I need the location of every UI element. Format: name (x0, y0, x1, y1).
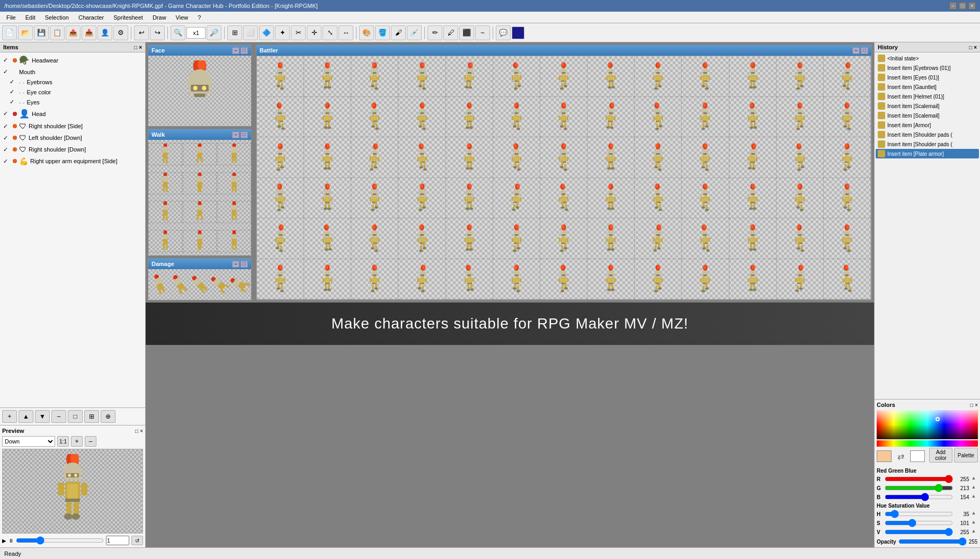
settings-button[interactable]: ⚙ (113, 25, 128, 40)
history-item-1[interactable]: Insert item [Eyebrows (01)] (876, 63, 979, 73)
history-item-5[interactable]: Insert item [Scalemail] (876, 101, 979, 111)
duplicate-button[interactable]: □ (68, 410, 83, 423)
zoom-out-button[interactable]: 🔎 (207, 25, 221, 40)
zoom-input[interactable] (186, 27, 206, 39)
sidebar-item-right-shoulder-down[interactable]: ✓ 🛡 Right shoulder [Down] (1, 144, 144, 155)
smudge-button[interactable]: ~ (475, 25, 490, 40)
color-hue-slider[interactable] (877, 440, 978, 447)
face-minimize-btn[interactable]: – (232, 47, 239, 54)
crop-button[interactable]: ✂ (291, 25, 306, 40)
brush-button[interactable]: 🖊 (443, 25, 458, 40)
r-channel-slider[interactable] (885, 476, 953, 482)
color-swap-icon[interactable]: ⇄ (894, 450, 907, 462)
speech-bubble-button[interactable]: 💬 (496, 25, 511, 40)
history-item-10[interactable]: Insert item [Plate armor] (876, 149, 979, 158)
eyedropper-button[interactable]: 💉 (407, 25, 422, 40)
s-channel-spinner[interactable]: ▲ (972, 519, 978, 527)
sidebar-item-left-shoulder-down[interactable]: ✓ 🛡 Left shoulder [Down] (1, 132, 144, 144)
color-hue-spectrum[interactable] (877, 410, 978, 439)
walk-minimize-btn[interactable]: – (232, 131, 239, 138)
sidebar-close-icon[interactable]: × (139, 45, 142, 50)
v-channel-slider[interactable] (885, 529, 953, 535)
sidebar-item-head[interactable]: ✓ 👤 Head (1, 107, 144, 120)
item-check-mouth[interactable]: ✓ (3, 68, 11, 75)
menu-spritesheet[interactable]: Spritesheet (109, 13, 147, 22)
preview-zoom-in[interactable]: + (71, 436, 83, 447)
item-check-eyebrows[interactable]: ✓ (10, 78, 17, 85)
select-rect-button[interactable]: ⬜ (243, 25, 258, 40)
sidebar-collapse-icon[interactable]: □ (134, 45, 137, 50)
close-button[interactable]: × (968, 2, 976, 10)
magic-wand-button[interactable]: ✦ (275, 25, 290, 40)
history-item-6[interactable]: Insert item [Scalemail] (876, 111, 979, 120)
g-channel-slider[interactable] (885, 485, 953, 491)
flip-h-button[interactable]: ↔ (338, 25, 353, 40)
preview-close-icon[interactable]: × (140, 428, 143, 434)
sidebar-item-right-upper-arm[interactable]: ✓ 💪 Right upper arm equipment [Side] (1, 155, 144, 167)
item-check-ls-down[interactable]: ✓ (3, 135, 11, 141)
maximize-button[interactable]: □ (959, 2, 966, 10)
preview-zoom-out[interactable]: – (85, 436, 96, 447)
remove-item-button[interactable]: – (51, 410, 66, 423)
export-button[interactable]: 📤 (66, 25, 81, 40)
menu-draw[interactable]: Draw (148, 13, 171, 22)
history-collapse-icon[interactable]: □ (969, 45, 972, 50)
item-check-rua[interactable]: ✓ (3, 158, 11, 165)
history-item-8[interactable]: Insert item [Shoulder pads ( (876, 130, 979, 139)
history-item-4[interactable]: Insert item [Helmet (01)] (876, 92, 979, 101)
preview-collapse-icon[interactable]: □ (135, 428, 138, 434)
sidebar-item-eyebrows[interactable]: ✓ - - Eyebrows (7, 77, 144, 87)
battler-maximize-btn[interactable]: □ (861, 47, 868, 54)
preview-loop-button[interactable]: ↺ (131, 536, 143, 545)
history-item-2[interactable]: Insert item [Eyes (01)] (876, 73, 979, 82)
redo-button[interactable]: ↪ (150, 25, 165, 40)
open-button[interactable]: 📂 (18, 25, 33, 40)
menu-view[interactable]: View (172, 13, 193, 22)
h-channel-spinner[interactable]: ▲ (972, 510, 978, 518)
v-channel-spinner[interactable]: ▲ (972, 528, 978, 536)
save-as-button[interactable]: 📋 (50, 25, 65, 40)
select-lasso-button[interactable]: 🔷 (259, 25, 274, 40)
save-button[interactable]: 💾 (34, 25, 49, 40)
item-check-eye-color[interactable]: ✓ (10, 88, 17, 95)
menu-edit[interactable]: Edit (21, 13, 40, 22)
b-channel-slider[interactable] (885, 494, 953, 500)
color-fill-button[interactable]: 🪣 (375, 25, 390, 40)
preview-play-button[interactable]: ▶ (2, 538, 6, 544)
zoom-sidebar-button[interactable]: ⊕ (101, 410, 115, 423)
move-up-button[interactable]: ▲ (19, 410, 33, 423)
menu-help[interactable]: ? (193, 13, 205, 22)
palette-button-colors[interactable]: Palette (954, 448, 978, 463)
primary-color-swatch[interactable] (877, 450, 892, 462)
preview-frame-counter[interactable] (106, 536, 129, 545)
item-check-head[interactable]: ✓ (3, 110, 11, 117)
move-button[interactable]: ✛ (307, 25, 322, 40)
eraser-button[interactable]: ⬛ (459, 25, 474, 40)
history-item-7[interactable]: Insert item [Armor] (876, 120, 979, 130)
secondary-color-swatch[interactable] (910, 450, 925, 462)
pencil-button[interactable]: ✏ (427, 25, 442, 40)
colors-collapse-icon[interactable]: □ (970, 402, 973, 408)
colors-close-icon[interactable]: × (975, 402, 978, 408)
g-channel-spinner[interactable]: ▲ (972, 484, 978, 492)
add-color-button[interactable]: Add color (929, 448, 952, 463)
history-item-9[interactable]: Insert item [Shoulder pads ( (876, 139, 979, 149)
item-check-headwear[interactable]: ✓ (3, 57, 11, 64)
battler-minimize-btn[interactable]: – (852, 47, 860, 54)
new-button[interactable]: 📄 (2, 25, 17, 40)
s-channel-slider[interactable] (885, 520, 953, 526)
walk-maximize-btn[interactable]: □ (240, 131, 248, 138)
sidebar-item-mouth[interactable]: ✓ Mouth (1, 67, 144, 77)
item-check-rs-down[interactable]: ✓ (3, 146, 11, 153)
menu-file[interactable]: File (2, 13, 20, 22)
damage-minimize-btn[interactable]: – (232, 261, 239, 268)
menu-selection[interactable]: Selection (41, 13, 73, 22)
sidebar-item-eyes[interactable]: ✓ - - Eyes (7, 97, 144, 107)
sidebar-item-eye-color[interactable]: ✓ - - Eye color (7, 87, 144, 97)
item-check-eyes[interactable]: ✓ (10, 99, 17, 105)
opacity-slider[interactable] (898, 538, 967, 545)
grid-view-button[interactable]: ⊞ (84, 410, 99, 423)
transform-button[interactable]: ⤡ (323, 25, 337, 40)
minimize-button[interactable]: – (949, 2, 957, 10)
b-channel-spinner[interactable]: ▲ (972, 493, 978, 501)
